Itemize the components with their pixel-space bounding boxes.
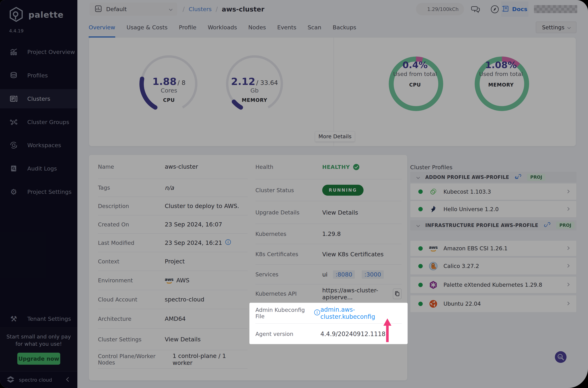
annotation-arrow-icon: [383, 318, 392, 343]
admin-kubeconfig-download-link[interactable]: admin.aws-cluster.kubeconfig: [320, 306, 402, 320]
info-icon[interactable]: [314, 309, 320, 317]
palette-app-window: palette 4.4.19 Project Overview: [0, 0, 588, 388]
